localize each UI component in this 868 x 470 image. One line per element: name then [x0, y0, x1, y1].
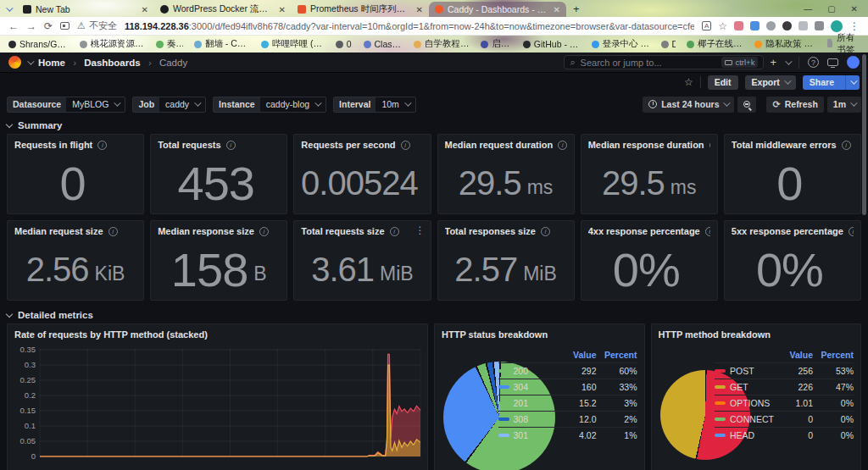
browser-menu-icon[interactable]: ⋮	[849, 20, 860, 32]
tab-close-icon[interactable]: ✕	[279, 5, 286, 14]
info-icon[interactable]: i	[226, 141, 236, 150]
refresh-interval-dropdown[interactable]: 1m	[827, 97, 861, 113]
bookmark-item[interactable]: Shrans/GalSite: G...	[8, 39, 69, 49]
section-summary[interactable]: Summary	[0, 117, 868, 134]
legend-row[interactable]: OPTIONS1.010%	[715, 395, 854, 411]
section-detailed-metrics[interactable]: Detailed metrics	[0, 307, 868, 323]
legend-row[interactable]: 30812.02%	[498, 411, 637, 427]
bookmark-item[interactable]: 启航首页	[481, 38, 511, 50]
breadcrumb-home[interactable]: Home	[38, 58, 65, 68]
legend-header-percent[interactable]: Percent	[813, 350, 854, 360]
bookmark-item[interactable]: DL	[661, 39, 676, 49]
time-range-picker[interactable]: Last 24 hours	[643, 97, 734, 113]
security-chip[interactable]: ⚠ 不安全	[77, 19, 117, 32]
tab-prometheus[interactable]: Prometheus 时间序列采集和 ✕	[292, 2, 429, 17]
variable-interval[interactable]: Interval 10m	[333, 97, 416, 113]
bookmark-item[interactable]: 奏鸣4.0	[156, 38, 183, 50]
share-button[interactable]: Share	[803, 75, 860, 90]
divider	[700, 76, 701, 88]
org-switcher-chevron-icon[interactable]	[27, 58, 34, 64]
info-icon[interactable]: i	[108, 227, 118, 236]
search-input[interactable]: ⌕ Search or jump to... ctrl+k	[564, 55, 764, 69]
legend-row[interactable]: 3014.021%	[498, 427, 637, 443]
breadcrumb-dashboards[interactable]: Dashboards	[84, 58, 140, 68]
legend-row[interactable]: CONNECT00%	[715, 411, 854, 427]
refresh-button[interactable]: ⟳Refresh	[766, 97, 823, 113]
grafana-profile-avatar[interactable]	[847, 56, 860, 69]
bookmark-item[interactable]: GitHub - yiyuan-ji...	[523, 39, 581, 49]
tab-new-tab[interactable]: New Tab ✕	[17, 2, 154, 17]
legend-row[interactable]: 20115.23%	[498, 395, 637, 411]
bookmark-item[interactable]: Clash Verge	[364, 39, 403, 49]
zoom-out-button[interactable]	[737, 97, 756, 113]
bookmark-item[interactable]: 自学教程 - 学8不...	[414, 38, 470, 50]
variable-instance[interactable]: Instance caddy-blog	[213, 97, 326, 113]
variable-job[interactable]: Job caddy	[132, 97, 206, 113]
variable-datasource[interactable]: Datasource MyBLOG	[7, 97, 125, 113]
tab-grafana-active[interactable]: Caddy - Dashboards - Grafa ✕	[429, 2, 566, 17]
close-window-button[interactable]: ✕	[851, 4, 858, 14]
share-dropdown[interactable]	[845, 75, 860, 90]
legend-row[interactable]: HEAD00%	[715, 427, 854, 443]
side-panel-icon[interactable]	[60, 22, 70, 30]
tab-close-icon[interactable]: ✕	[142, 5, 148, 14]
help-icon[interactable]: ?	[808, 57, 819, 68]
bookmark-item[interactable]: 隐私政策 模板综合...	[754, 38, 815, 50]
export-button[interactable]: Export	[745, 75, 796, 90]
timeseries-plot[interactable]: 00.050.10.150.20.250.30.35	[14, 340, 422, 470]
edit-button[interactable]: Edit	[708, 75, 738, 90]
legend-header-value[interactable]: Value	[777, 350, 813, 360]
info-icon[interactable]: i	[97, 141, 107, 150]
tab-wordpress[interactable]: WordPress Docker 流量监控 ✕	[154, 2, 292, 17]
url-text[interactable]: 118.194.228.36:3000/d/fed94iflv8h678/cad…	[125, 21, 694, 31]
stat-panel-total-middleware-errors: Total middleware errorsi 0	[724, 134, 861, 214]
new-tab-button[interactable]: +	[573, 3, 580, 15]
bookmark-item[interactable]: 桃花源资源网——让...	[80, 38, 145, 50]
extension-icon[interactable]	[815, 21, 824, 30]
extension-icon[interactable]	[734, 21, 743, 30]
browser-profile-avatar[interactable]	[831, 20, 843, 32]
minimize-button[interactable]: —	[804, 4, 812, 14]
extension-icon[interactable]	[766, 21, 776, 30]
extension-icon[interactable]	[782, 21, 792, 30]
tab-close-icon[interactable]: ✕	[554, 5, 560, 14]
info-icon[interactable]: i	[705, 227, 710, 236]
bookmark-item[interactable]: 椰子在线工具网 -...	[687, 38, 743, 50]
back-button[interactable]: ←	[8, 20, 19, 32]
info-icon[interactable]: i	[390, 227, 399, 236]
news-icon[interactable]	[827, 58, 838, 66]
legend-row[interactable]: 30416033%	[498, 379, 637, 395]
info-icon[interactable]: i	[558, 141, 566, 150]
extension-icon[interactable]	[750, 21, 760, 30]
info-icon[interactable]: i	[541, 227, 550, 236]
info-icon[interactable]: i	[842, 141, 851, 150]
bookmark-item[interactable]: 哔哩哔哩 ( ゜-゜)つ...	[261, 38, 325, 50]
bookmark-item[interactable]: 翻墙 - CS自学指南	[194, 38, 250, 50]
extension-icon[interactable]	[798, 21, 808, 30]
scrollbar-thumb[interactable]	[862, 54, 866, 215]
bookmark-star-icon[interactable]: ☆	[718, 20, 727, 32]
legend-header-value[interactable]: Value	[561, 350, 597, 360]
maximize-button[interactable]: ▢	[827, 4, 835, 14]
info-icon[interactable]: i	[401, 141, 410, 150]
reload-button[interactable]: ⟳	[44, 20, 53, 32]
info-icon[interactable]: i	[259, 227, 269, 236]
info-icon[interactable]: i	[709, 141, 710, 150]
tab-search-chevron-icon[interactable]	[0, 3, 17, 14]
favorite-star-icon[interactable]: ☆	[684, 76, 693, 88]
legend-row[interactable]: POST25653%	[715, 362, 854, 379]
tab-close-icon[interactable]: ✕	[416, 5, 423, 14]
legend-row[interactable]: 20029260%	[498, 362, 637, 379]
info-icon[interactable]: i	[849, 227, 854, 236]
translate-icon[interactable]: A	[702, 21, 711, 30]
legend-row[interactable]: GET22647%	[715, 379, 854, 395]
bookmark-item[interactable]: 登录中心 | 雨云雨...	[592, 38, 650, 50]
scrollbar[interactable]	[861, 53, 868, 470]
forward-button[interactable]: →	[26, 20, 36, 32]
add-chevron-icon[interactable]	[785, 58, 792, 64]
grafana-logo-icon[interactable]	[8, 56, 21, 69]
panel-menu-icon[interactable]: ⋮	[415, 224, 426, 236]
legend-header-percent[interactable]: Percent	[597, 350, 637, 360]
bookmark-item[interactable]: 0v0	[336, 39, 353, 49]
add-button[interactable]: +	[770, 56, 776, 69]
